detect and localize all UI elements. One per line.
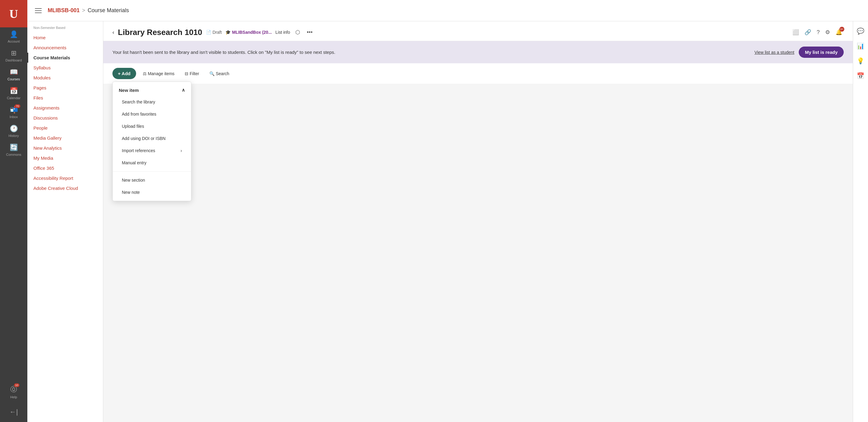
dropdown-section-items: New section New note xyxy=(113,172,191,201)
link-button[interactable]: 🔗 xyxy=(803,27,813,37)
course-nav-assignments[interactable]: Assignments xyxy=(27,103,103,113)
sidebar-item-help[interactable]: ⓪ 10 Help xyxy=(0,382,27,402)
course-nav-syllabus[interactable]: Syllabus xyxy=(27,63,103,73)
dropdown-item-add-doi-isbn[interactable]: Add using DOI or ISBN xyxy=(113,132,191,144)
dropdown-item-label: Add from favorites xyxy=(122,112,156,116)
course-nav-office-365[interactable]: Office 365 xyxy=(27,163,103,173)
content-wrapper: Non-Semester Based Home Announcements Co… xyxy=(27,21,868,422)
dropdown-new-item-section: New item ∧ Search the library Add from f… xyxy=(113,82,191,172)
dropdown-item-label: New note xyxy=(122,190,140,195)
sidebar-item-history[interactable]: 🕐 History xyxy=(0,122,27,141)
sidebar-item-dashboard[interactable]: ⊞ Dashboard xyxy=(0,46,27,65)
course-nav-pages[interactable]: Pages xyxy=(27,83,103,93)
page-content: ‹ Library Research 1010 📄 Draft 🎓 MLIBSa… xyxy=(103,21,853,422)
dropdown-item-label: Import references xyxy=(122,148,155,153)
page-header-left: ‹ Library Research 1010 📄 Draft 🎓 MLIBSa… xyxy=(113,27,314,37)
notification-badge: 9+ xyxy=(839,27,844,32)
course-nav-accessibility-report[interactable]: Accessibility Report xyxy=(27,173,103,183)
dropdown-menu: New item ∧ Search the library Add from f… xyxy=(113,82,191,201)
sandbox-badge[interactable]: 🎓 MLIBSandBox (20... xyxy=(225,30,272,35)
breadcrumb-current: Course Materials xyxy=(88,7,129,14)
course-nav-new-analytics[interactable]: New Analytics xyxy=(27,143,103,153)
sidebar-item-label: Dashboard xyxy=(5,58,22,62)
sidebar-item-inbox[interactable]: 📬 70 Inbox xyxy=(0,103,27,122)
collapse-icon: ←| xyxy=(9,408,18,416)
sidebar-item-label: Account xyxy=(8,39,20,43)
sandbox-label: MLIBSandBox (20... xyxy=(232,30,272,35)
dropdown-item-search-library[interactable]: Search the library xyxy=(113,96,191,108)
course-nav-adobe-creative-cloud[interactable]: Adobe Creative Cloud xyxy=(27,183,103,193)
add-button[interactable]: + Add xyxy=(113,68,136,79)
breadcrumb-link[interactable]: MLIBSB-001 xyxy=(48,7,80,14)
dropdown-item-new-section[interactable]: New section xyxy=(113,174,191,186)
calendar-icon: 📅 xyxy=(10,87,18,95)
course-nav-people[interactable]: People xyxy=(27,123,103,133)
search-button[interactable]: 🔍 Search xyxy=(206,69,233,79)
sidebar-item-label: Commons xyxy=(6,153,21,157)
help-button[interactable]: ? xyxy=(815,28,821,37)
view-as-student-link[interactable]: View list as a student xyxy=(754,50,794,55)
dropdown-item-label: Add using DOI or ISBN xyxy=(122,136,165,141)
right-panel: 💬 📊 💡 📅 xyxy=(853,21,868,422)
inbox-badge: 70 xyxy=(14,104,20,108)
sidebar-item-label: Help xyxy=(10,395,17,399)
manage-items-button[interactable]: ⚖ Manage items xyxy=(139,69,178,79)
more-button[interactable]: ••• xyxy=(305,28,314,37)
filter-button[interactable]: ⊟ Filter xyxy=(181,69,203,79)
sandbox-icon: 🎓 xyxy=(225,30,230,35)
toolbar: + Add ⚖ Manage items ⊟ Filter 🔍 Search N… xyxy=(103,63,853,84)
sidebar-item-calendar[interactable]: 📅 Calendar xyxy=(0,84,27,103)
sidebar-item-account[interactable]: 👤 Account xyxy=(0,27,27,46)
hamburger-line xyxy=(35,8,42,9)
dropdown-item-add-favorites[interactable]: Add from favorites xyxy=(113,108,191,120)
page-header-row: ‹ Library Research 1010 📄 Draft 🎓 MLIBSa… xyxy=(113,27,844,41)
app-logo[interactable]: U xyxy=(0,0,27,27)
dropdown-item-upload-files[interactable]: Upload files xyxy=(113,120,191,132)
chevron-right-icon: › xyxy=(181,148,182,153)
main-container: MLIBSB-001 > Course Materials Non-Semest… xyxy=(27,0,868,422)
account-icon: 👤 xyxy=(10,30,18,38)
dropdown-new-item-header[interactable]: New item ∧ xyxy=(113,84,191,96)
course-nav-discussions[interactable]: Discussions xyxy=(27,113,103,123)
share-button[interactable]: ⬡ xyxy=(294,27,302,37)
global-nav: U 👤 Account ⊞ Dashboard 📖 Courses 📅 Cale… xyxy=(0,0,27,422)
dropdown-item-label: New section xyxy=(122,178,145,182)
sidebar-item-collapse[interactable]: ←| xyxy=(0,405,27,419)
my-list-ready-button[interactable]: My list is ready xyxy=(799,47,844,58)
course-nav-files[interactable]: Files xyxy=(27,93,103,103)
course-nav-course-materials[interactable]: Course Materials xyxy=(27,53,103,63)
dropdown-item-label: Upload files xyxy=(122,124,144,129)
page-header: ‹ Library Research 1010 📄 Draft 🎓 MLIBSa… xyxy=(103,21,853,41)
course-nav-home[interactable]: Home xyxy=(27,33,103,43)
hamburger-button[interactable] xyxy=(33,7,43,15)
sidebar-item-label: History xyxy=(8,134,19,138)
breadcrumb: MLIBSB-001 > Course Materials xyxy=(48,7,129,14)
courses-icon: 📖 xyxy=(10,68,18,76)
course-nav-my-media[interactable]: My Media xyxy=(27,153,103,163)
dashboard-icon: ⊞ xyxy=(11,49,17,57)
alert-text: Your list hasn't been sent to the librar… xyxy=(113,50,748,55)
back-button[interactable]: ‹ xyxy=(113,29,114,36)
hamburger-line xyxy=(35,12,42,13)
sidebar-item-courses[interactable]: 📖 Courses xyxy=(0,65,27,84)
dropdown-item-import-references[interactable]: Import references › xyxy=(113,144,191,157)
dropdown-item-manual-entry[interactable]: Manual entry xyxy=(113,157,191,169)
course-nav-announcements[interactable]: Announcements xyxy=(27,43,103,53)
dropdown-item-new-note[interactable]: New note xyxy=(113,186,191,198)
course-nav: Non-Semester Based Home Announcements Co… xyxy=(27,21,103,422)
history-icon: 🕐 xyxy=(10,125,18,133)
list-info-link[interactable]: List info xyxy=(276,30,290,35)
external-link-button[interactable]: ⬜ xyxy=(791,27,801,37)
draft-icon: 📄 xyxy=(206,30,211,35)
alert-actions: View list as a student My list is ready xyxy=(754,47,844,58)
right-panel-chart-button[interactable]: 📊 xyxy=(853,39,868,53)
course-nav-media-gallery[interactable]: Media Gallery xyxy=(27,133,103,143)
right-panel-lightbulb-button[interactable]: 💡 xyxy=(853,54,868,67)
right-panel-calendar-button[interactable]: 📅 xyxy=(853,69,868,82)
sidebar-item-commons[interactable]: 🔄 Commons xyxy=(0,141,27,160)
alert-banner: Your list hasn't been sent to the librar… xyxy=(103,41,853,63)
settings-button[interactable]: ⚙ xyxy=(824,27,832,37)
right-panel-chat-button[interactable]: 💬 xyxy=(853,24,868,38)
chevron-up-icon: ∧ xyxy=(182,87,185,93)
course-nav-modules[interactable]: Modules xyxy=(27,73,103,83)
